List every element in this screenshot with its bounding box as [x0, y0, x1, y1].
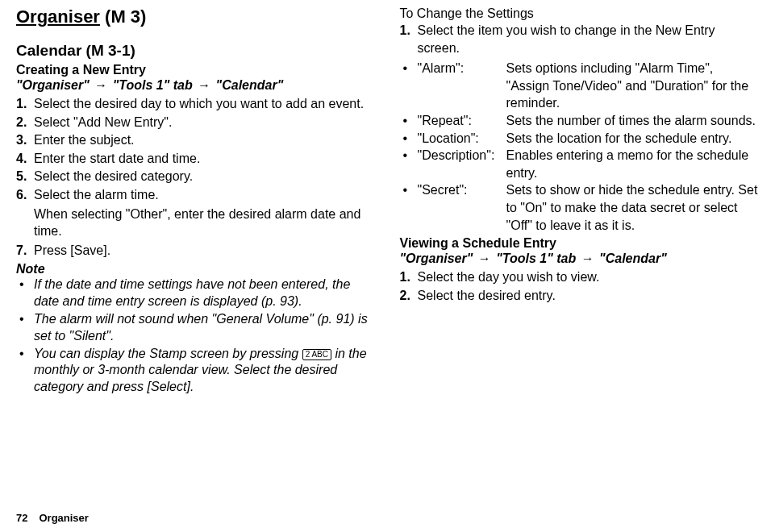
notes-list: If the date and time settings have not b… — [16, 276, 376, 396]
setting-row: "Location": Sets the location for the sc… — [400, 130, 760, 148]
note-item: If the date and time settings have not b… — [16, 276, 376, 310]
nav1: "Organiser" — [400, 251, 473, 265]
note-item: You can display the Stamp screen by pres… — [16, 346, 376, 396]
setting-term: "Secret": — [418, 181, 506, 234]
step-item: Select "Add New Entry". — [16, 114, 376, 131]
setting-desc: Enables entering a memo for the schedule… — [506, 147, 760, 181]
creating-title: Creating a New Entry — [16, 63, 376, 77]
arrow-icon: → — [478, 251, 491, 265]
setting-term: "Repeat": — [418, 112, 506, 130]
step-item: Press [Save]. — [16, 242, 376, 260]
heading-suffix: (M 3) — [100, 6, 146, 27]
note-item: The alarm will not sound when "General V… — [16, 311, 376, 345]
setting-desc: Sets the number of times the alarm sound… — [506, 112, 760, 130]
page-footer: 72Organiser — [16, 512, 89, 524]
nav-path-viewing: "Organiser" → "Tools 1" tab → "Calendar" — [400, 251, 760, 266]
arrow-icon: → — [198, 78, 210, 92]
step-item: Select the item you wish to change in th… — [400, 22, 760, 56]
step-item: Select the day you wish to view. — [400, 268, 760, 286]
key-2-icon: 2 ABC — [302, 349, 331, 360]
nav2: "Tools 1" tab — [496, 251, 576, 265]
step-item: Select the desired day to which you want… — [16, 95, 376, 113]
viewing-steps: Select the day you wish to view. Select … — [400, 268, 760, 304]
step-item: Select the desired entry. — [400, 287, 760, 305]
calendar-heading: Calendar (M 3-1) — [16, 42, 376, 60]
setting-term: "Description": — [418, 147, 506, 181]
setting-term: "Location": — [418, 130, 506, 148]
setting-desc: Sets to show or hide the schedule entry.… — [506, 181, 760, 234]
nav1: "Organiser" — [16, 78, 90, 92]
setting-desc: Sets the location for the schedule entry… — [506, 130, 760, 148]
step-item: Enter the start date and time. — [16, 150, 376, 168]
note3-part1: You can display the Stamp screen by pres… — [34, 347, 302, 360]
setting-row: "Alarm": Sets options including "Alarm T… — [400, 60, 760, 112]
page-heading: Organiser (M 3) — [16, 6, 376, 27]
setting-row: "Secret": Sets to show or hide the sched… — [400, 181, 760, 234]
arrow-icon: → — [94, 78, 107, 92]
step-item: Select the desired category. — [16, 168, 376, 185]
setting-row: "Description": Enables entering a memo f… — [400, 147, 760, 181]
page-number: 72 — [16, 512, 27, 524]
nav-path-creating: "Organiser" → "Tools 1" tab → "Calendar" — [16, 78, 376, 93]
creating-steps-cont: Press [Save]. — [16, 242, 376, 260]
nav3: "Calendar" — [216, 78, 284, 92]
step-item: Enter the subject. — [16, 131, 376, 149]
settings-list: "Alarm": Sets options including "Alarm T… — [400, 60, 760, 234]
nav3: "Calendar" — [599, 251, 667, 265]
arrow-icon: → — [581, 251, 594, 265]
note-label: Note — [16, 262, 376, 276]
creating-steps: Select the desired day to which you want… — [16, 95, 376, 204]
setting-desc: Sets options including "Alarm Time", "As… — [506, 60, 760, 112]
step-item: Select the alarm time. — [16, 186, 376, 204]
change-settings-title: To Change the Settings — [400, 6, 760, 21]
nav2: "Tools 1" tab — [113, 78, 193, 92]
footer-section: Organiser — [39, 512, 88, 524]
setting-term: "Alarm": — [418, 60, 506, 112]
viewing-title: Viewing a Schedule Entry — [400, 236, 760, 251]
change-steps: Select the item you wish to change in th… — [400, 22, 760, 56]
heading-underline: Organiser — [16, 6, 100, 27]
step6-note: When selecting "Other", enter the desire… — [16, 206, 376, 240]
setting-row: "Repeat": Sets the number of times the a… — [400, 112, 760, 130]
